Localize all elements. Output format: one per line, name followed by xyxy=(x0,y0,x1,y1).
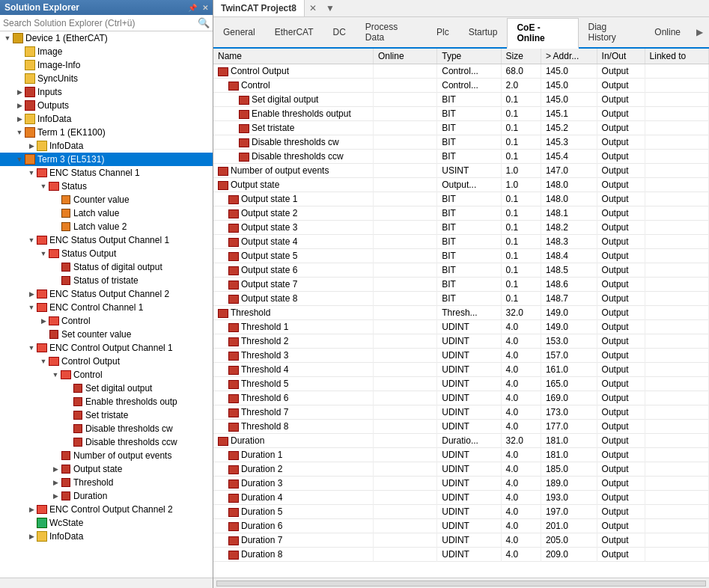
tree-item-set-tristate[interactable]: ▶ Set tristate xyxy=(0,408,213,422)
expand-output-state2[interactable]: ▶ xyxy=(51,465,60,474)
search-input[interactable] xyxy=(3,18,198,28)
tree-item-status-output[interactable]: ▼ Status Output xyxy=(0,247,213,260)
table-row[interactable]: Duration 3UDINT4.0189.0Output xyxy=(213,477,709,491)
nav-tab-coe-online[interactable]: CoE - Online xyxy=(507,18,578,49)
expand-control2[interactable]: ▼ xyxy=(51,370,60,379)
table-row[interactable]: Threshold 3UDINT4.0157.0Output xyxy=(213,349,709,363)
nav-tab-startup[interactable]: Startup xyxy=(459,22,508,42)
tree-item-threshold2[interactable]: ▶ Threshold xyxy=(0,476,213,489)
tree-item-device1[interactable]: ▼ Device 1 (EtherCAT) xyxy=(0,31,213,45)
tree-item-image-info[interactable]: ▶ Image-Info xyxy=(0,58,213,72)
tree-item-inputs[interactable]: ▶ Inputs xyxy=(0,85,213,99)
nav-tab-processdata[interactable]: Process Data xyxy=(356,17,427,47)
nav-tab-ethercat[interactable]: EtherCAT xyxy=(265,22,323,42)
tree-item-ctrl-output[interactable]: ▼ Control Output xyxy=(0,355,213,368)
tree-item-image[interactable]: ▶ Image xyxy=(0,45,213,58)
table-row[interactable]: DurationDuratio...32.0181.0Output xyxy=(213,434,709,448)
expand-threshold2[interactable]: ▶ xyxy=(51,478,60,487)
tree-item-wcstate[interactable]: ▶ WcState xyxy=(0,516,213,530)
expand-enc-ctrl-out-ch1[interactable]: ▼ xyxy=(27,343,36,352)
table-row[interactable]: Output state 1BIT0.1148.0Output xyxy=(213,192,709,206)
table-row[interactable]: Output state 8BIT0.1148.7Output xyxy=(213,292,709,306)
table-row[interactable]: ThresholdThresh...32.0149.0Output xyxy=(213,306,709,320)
expand-enc-status-out-ch2[interactable]: ▶ xyxy=(27,290,36,298)
table-row[interactable]: Control OutputControl...68.0145.0Output xyxy=(213,64,709,79)
table-row[interactable]: Disable thresholds cwBIT0.1145.3Output xyxy=(213,135,709,150)
table-row[interactable]: Set tristateBIT0.1145.2Output xyxy=(213,121,709,135)
tree-item-status-tristate[interactable]: ▶ Status of tristate xyxy=(0,274,213,287)
expand-ctrl-output[interactable]: ▼ xyxy=(39,357,48,366)
expand-infodata2[interactable]: ▶ xyxy=(27,141,36,150)
table-row[interactable]: Output state 4BIT0.1148.3Output xyxy=(213,235,709,249)
expand-outputs[interactable]: ▶ xyxy=(15,101,24,110)
tree-item-control2[interactable]: ▼ Control xyxy=(0,368,213,382)
table-row[interactable]: Threshold 2UDINT4.0153.0Output xyxy=(213,334,709,349)
table-row[interactable]: Output state 5BIT0.1148.4Output xyxy=(213,249,709,263)
tree-item-status-digital[interactable]: ▶ Status of digital output xyxy=(0,260,213,274)
tree-item-infodata3[interactable]: ▶ InfoData xyxy=(0,530,213,543)
expand-enc-status-ch1[interactable]: ▼ xyxy=(27,168,36,177)
search-icon[interactable]: 🔍 xyxy=(198,17,210,28)
table-row[interactable]: Number of output eventsUSINT1.0147.0Outp… xyxy=(213,164,709,178)
tree-item-set-counter[interactable]: ▶ Set counter value xyxy=(0,328,213,341)
nav-tab-diag-history[interactable]: Diag History xyxy=(579,17,645,47)
tree-item-latch-value-2[interactable]: ▶ Latch value 2 xyxy=(0,220,213,233)
expand-enc-ctrl-out-ch2[interactable]: ▶ xyxy=(27,505,36,514)
table-row[interactable]: Output state 6BIT0.1148.5Output xyxy=(213,263,709,278)
tree-item-duration2[interactable]: ▶ Duration xyxy=(0,489,213,503)
table-row[interactable]: Duration 7UDINT4.0205.0Output xyxy=(213,533,709,548)
expand-term3[interactable]: ▼ xyxy=(15,155,24,164)
tree-item-control[interactable]: ▶ Control xyxy=(0,314,213,328)
se-pin-button[interactable]: 📌 xyxy=(188,4,197,12)
tree-item-infodata2[interactable]: ▶ InfoData xyxy=(0,139,213,153)
tree-item-set-digital[interactable]: ▶ Set digital output xyxy=(0,382,213,395)
table-row[interactable]: Threshold 4UDINT4.0161.0Output xyxy=(213,363,709,377)
table-row[interactable]: Duration 5UDINT4.0197.0Output xyxy=(213,505,709,519)
tree-item-enc-status-out-ch1[interactable]: ▼ ENC Status Output Channel 1 xyxy=(0,233,213,247)
table-row[interactable]: Disable thresholds ccwBIT0.1145.4Output xyxy=(213,150,709,164)
nav-tab-online[interactable]: Online xyxy=(645,22,690,42)
tree-item-counter-value[interactable]: ▶ Counter value xyxy=(0,193,213,206)
tree-item-disable-cw[interactable]: ▶ Disable thresholds cw xyxy=(0,422,213,435)
table-row[interactable]: Threshold 6UDINT4.0169.0Output xyxy=(213,391,709,405)
expand-enc-status-out-ch1[interactable]: ▼ xyxy=(27,236,36,245)
tree-item-term3[interactable]: ▼ Term 3 (EL5131) xyxy=(0,153,213,166)
table-row[interactable]: Threshold 8UDINT4.0177.0Output xyxy=(213,420,709,434)
table-scrollbar-h[interactable] xyxy=(213,578,709,588)
tree-item-status[interactable]: ▼ Status xyxy=(0,180,213,193)
expand-enc-ctrl-ch1[interactable]: ▼ xyxy=(27,303,36,312)
table-row[interactable]: Threshold 1UDINT4.0149.0Output xyxy=(213,320,709,334)
table-row[interactable]: Duration 2UDINT4.0185.0Output xyxy=(213,462,709,477)
tree-item-enable-thresh[interactable]: ▶ Enable thresholds outp xyxy=(0,395,213,408)
tab-close-button[interactable]: ✕ xyxy=(305,1,321,15)
tree-item-enc-ctrl-out-ch1[interactable]: ▼ ENC Control Output Channel 1 xyxy=(0,341,213,355)
nav-tab-dc[interactable]: DC xyxy=(323,22,356,42)
tree-item-term1[interactable]: ▼ Term 1 (EK1100) xyxy=(0,126,213,139)
table-row[interactable]: Output state 2BIT0.1148.1Output xyxy=(213,206,709,221)
coe-table-container[interactable]: Name Online Type Size > Addr... In/Out L… xyxy=(213,49,709,578)
nav-tab-plc[interactable]: Plc xyxy=(427,22,459,42)
table-row[interactable]: Duration 4UDINT4.0193.0Output xyxy=(213,491,709,505)
expand-term1[interactable]: ▼ xyxy=(15,128,24,137)
tree-item-enc-status-out-ch2[interactable]: ▶ ENC Status Output Channel 2 xyxy=(0,287,213,301)
table-row[interactable]: Enable thresholds outputBIT0.1145.1Outpu… xyxy=(213,107,709,121)
tree-item-infodata[interactable]: ▶ InfoData xyxy=(0,112,213,126)
se-close-button[interactable]: ✕ xyxy=(202,4,208,12)
tree-item-enc-ctrl-ch1[interactable]: ▼ ENC Control Channel 1 xyxy=(0,301,213,314)
expand-infodata[interactable]: ▶ xyxy=(15,114,24,123)
expand-device1[interactable]: ▼ xyxy=(3,34,12,43)
se-scrollbar-h[interactable] xyxy=(0,578,213,588)
table-row[interactable]: Threshold 7UDINT4.0173.0Output xyxy=(213,405,709,420)
nav-tab-arrow[interactable]: ▶ xyxy=(690,24,709,40)
table-row[interactable]: Output state 3BIT0.1148.2Output xyxy=(213,221,709,235)
tree-item-enc-status-ch1[interactable]: ▼ ENC Status Channel 1 xyxy=(0,166,213,180)
tree-item-disable-ccw[interactable]: ▶ Disable thresholds ccw xyxy=(0,435,213,449)
table-row[interactable]: Duration 1UDINT4.0181.0Output xyxy=(213,448,709,462)
tree-item-outputs[interactable]: ▶ Outputs xyxy=(0,99,213,112)
expand-inputs[interactable]: ▶ xyxy=(15,88,24,97)
tab-twincat[interactable]: TwinCAT Project8 xyxy=(213,0,305,16)
nav-tab-general[interactable]: General xyxy=(213,22,265,42)
expand-duration2[interactable]: ▶ xyxy=(51,491,60,500)
expand-status[interactable]: ▼ xyxy=(39,182,48,191)
tab-nav-button[interactable]: ▼ xyxy=(321,1,339,15)
